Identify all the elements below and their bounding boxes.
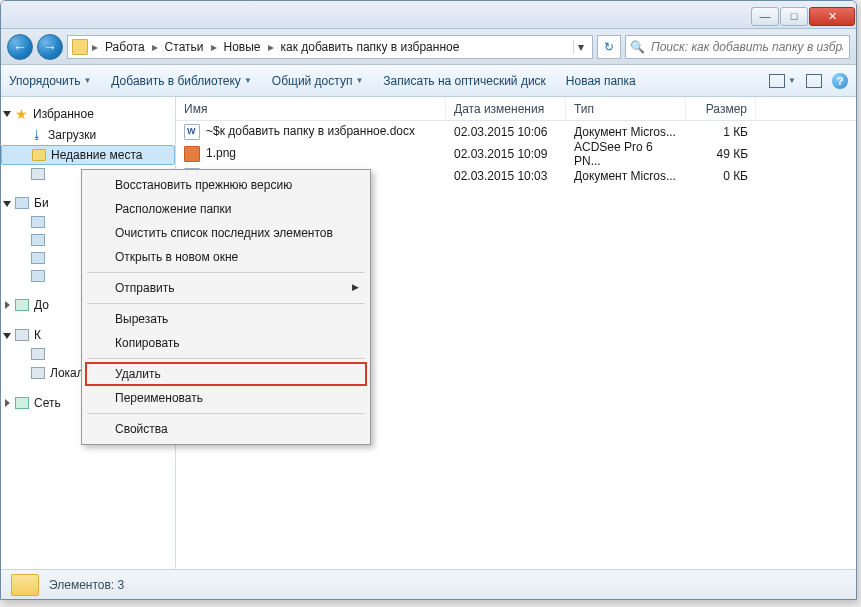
file-name-cell: ~$к добавить папку в избранное.docx: [176, 124, 446, 140]
expand-icon[interactable]: [3, 109, 12, 118]
maximize-button[interactable]: □: [780, 7, 808, 26]
titlebar: — □ ✕: [1, 1, 856, 29]
ctx-delete[interactable]: Удалить: [85, 362, 367, 386]
breadcrumb-item[interactable]: Работа: [102, 40, 148, 54]
file-type-cell: ACDSee Pro 6 PN...: [566, 140, 686, 168]
recent-icon: [32, 149, 46, 161]
file-date-cell: 02.03.2015 10:09: [446, 147, 566, 161]
back-button[interactable]: ←: [7, 34, 33, 60]
sidebar-recent-places[interactable]: Недавние места: [1, 145, 175, 165]
network-icon: [15, 397, 29, 409]
ctx-copy[interactable]: Копировать: [85, 331, 367, 355]
burn-button[interactable]: Записать на оптический диск: [383, 74, 546, 88]
folder-icon: [72, 39, 88, 55]
forward-button[interactable]: →: [37, 34, 63, 60]
toolbar-label: Общий доступ: [272, 74, 353, 88]
column-headers: Имя Дата изменения Тип Размер: [176, 97, 856, 121]
sidebar-downloads[interactable]: ⭳ Загрузки: [1, 125, 175, 145]
folder-icon: [11, 574, 39, 596]
sidebar-label: Избранное: [33, 107, 94, 121]
chevron-right-icon: ▸: [150, 40, 160, 54]
close-button[interactable]: ✕: [809, 7, 855, 26]
music-icon: [31, 270, 45, 282]
picture-icon: [31, 252, 45, 264]
breadcrumb-item[interactable]: как добавить папку в избранное: [278, 40, 463, 54]
help-icon[interactable]: ?: [832, 73, 848, 89]
ctx-properties[interactable]: Свойства: [85, 417, 367, 441]
separator: [87, 303, 365, 304]
sidebar-label: Недавние места: [51, 148, 142, 162]
toolbar-label: Новая папка: [566, 74, 636, 88]
ctx-clear-recent[interactable]: Очистить список последних элементов: [85, 221, 367, 245]
sidebar-label: Би: [34, 196, 49, 210]
chevron-right-icon: ▸: [266, 40, 276, 54]
file-date-cell: 02.03.2015 10:03: [446, 169, 566, 183]
chevron-down-icon: ▼: [788, 76, 796, 85]
column-name[interactable]: Имя: [176, 97, 446, 120]
document-icon: [31, 234, 45, 246]
library-icon: [15, 197, 29, 209]
file-icon: [184, 124, 200, 140]
drive-icon: [31, 367, 45, 379]
refresh-button[interactable]: ↻: [597, 35, 621, 59]
toolbar-label: Упорядочить: [9, 74, 80, 88]
chevron-down-icon: ▼: [244, 76, 252, 85]
expand-icon[interactable]: [3, 199, 12, 208]
address-bar-row: ← → ▸ Работа ▸ Статьи ▸ Новые ▸ как доба…: [1, 29, 856, 65]
toolbar-label: Добавить в библиотеку: [111, 74, 241, 88]
share-menu[interactable]: Общий доступ ▼: [272, 74, 364, 88]
search-input[interactable]: [649, 39, 845, 55]
status-text: Элементов: 3: [49, 578, 124, 592]
ctx-rename[interactable]: Переименовать: [85, 386, 367, 410]
file-row[interactable]: ~$к добавить папку в избранное.docx02.03…: [176, 121, 856, 143]
sidebar-label: К: [34, 328, 41, 342]
file-size-cell: 49 КБ: [686, 147, 756, 161]
search-box[interactable]: 🔍: [625, 35, 850, 59]
expand-icon[interactable]: [3, 331, 12, 340]
breadcrumb-dropdown[interactable]: ▾: [573, 40, 588, 54]
ctx-send-to[interactable]: Отправить: [85, 276, 367, 300]
add-to-library-menu[interactable]: Добавить в библиотеку ▼: [111, 74, 251, 88]
sidebar-label: До: [34, 298, 49, 312]
file-row[interactable]: 1.png02.03.2015 10:09ACDSee Pro 6 PN...4…: [176, 143, 856, 165]
column-size[interactable]: Размер: [686, 97, 756, 120]
expand-icon[interactable]: [3, 301, 12, 310]
column-date[interactable]: Дата изменения: [446, 97, 566, 120]
context-menu: Восстановить прежнюю версию Расположение…: [81, 169, 371, 445]
desktop-icon: [31, 168, 45, 180]
organize-menu[interactable]: Упорядочить ▼: [9, 74, 91, 88]
file-size-cell: 0 КБ: [686, 169, 756, 183]
file-date-cell: 02.03.2015 10:06: [446, 125, 566, 139]
preview-pane-button[interactable]: [806, 74, 822, 88]
expand-icon[interactable]: [3, 399, 12, 408]
view-options-button[interactable]: ▼: [769, 74, 796, 88]
separator: [87, 413, 365, 414]
file-type-cell: Документ Micros...: [566, 125, 686, 139]
ctx-restore-previous[interactable]: Восстановить прежнюю версию: [85, 173, 367, 197]
video-icon: [31, 216, 45, 228]
view-icon: [769, 74, 785, 88]
minimize-button[interactable]: —: [751, 7, 779, 26]
status-bar: Элементов: 3: [1, 569, 856, 599]
ctx-folder-location[interactable]: Расположение папки: [85, 197, 367, 221]
chevron-down-icon: ▼: [83, 76, 91, 85]
ctx-open-new-window[interactable]: Открыть в новом окне: [85, 245, 367, 269]
breadcrumb-item[interactable]: Статьи: [162, 40, 207, 54]
sidebar-favorites[interactable]: ★ Избранное: [1, 103, 175, 125]
breadcrumb[interactable]: ▸ Работа ▸ Статьи ▸ Новые ▸ как добавить…: [67, 35, 593, 59]
sidebar-label: Загрузки: [48, 128, 96, 142]
new-folder-button[interactable]: Новая папка: [566, 74, 636, 88]
toolbar-label: Записать на оптический диск: [383, 74, 546, 88]
separator: [87, 358, 365, 359]
breadcrumb-item[interactable]: Новые: [221, 40, 264, 54]
ctx-cut[interactable]: Вырезать: [85, 307, 367, 331]
chevron-right-icon: ▸: [209, 40, 219, 54]
star-icon: ★: [15, 106, 28, 122]
homegroup-icon: [15, 299, 29, 311]
file-name-cell: 1.png: [176, 146, 446, 162]
column-type[interactable]: Тип: [566, 97, 686, 120]
drive-icon: [31, 348, 45, 360]
file-icon: [184, 146, 200, 162]
chevron-down-icon: ▼: [355, 76, 363, 85]
file-type-cell: Документ Micros...: [566, 169, 686, 183]
